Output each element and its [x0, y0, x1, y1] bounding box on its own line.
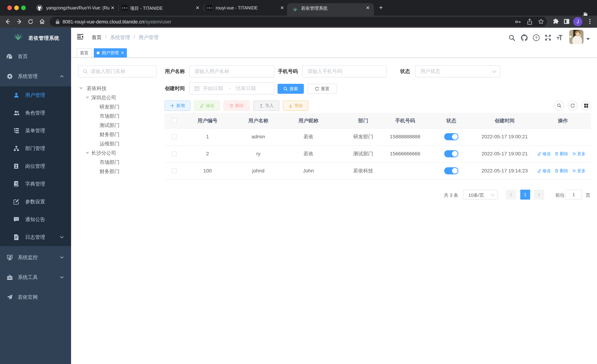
svg-text:<t>: <t> [207, 6, 212, 10]
svg-text:<t>: <t> [122, 6, 128, 10]
svg-text:?: ? [535, 36, 537, 40]
